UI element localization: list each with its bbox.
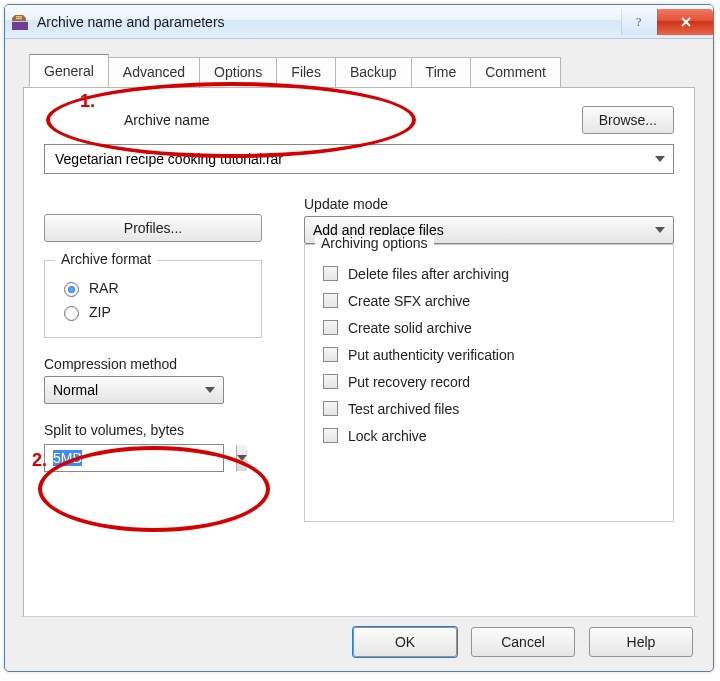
svg-text:?: ? [636, 16, 641, 28]
profiles-button[interactable]: Profiles... [44, 214, 262, 242]
svg-rect-2 [16, 16, 22, 18]
help-button[interactable]: Help [589, 627, 693, 657]
archive-format-rar[interactable]: RAR [59, 279, 247, 297]
archive-format-zip-radio[interactable] [64, 306, 79, 321]
opt-lock-archive-label: Lock archive [348, 428, 427, 444]
tab-backup[interactable]: Backup [335, 57, 412, 87]
chevron-down-icon [205, 387, 215, 393]
opt-create-solid-label: Create solid archive [348, 320, 472, 336]
close-titlebar-button[interactable] [657, 9, 713, 35]
split-volumes-drop-button[interactable] [236, 445, 247, 471]
archive-name-label: Archive name [124, 112, 210, 128]
tab-row: General Advanced Options Files Backup Ti… [29, 57, 695, 87]
archive-name-value: Vegetarian recipe cooking tutorial.rar [55, 151, 283, 167]
tab-general[interactable]: General [29, 54, 109, 87]
opt-authenticity-checkbox[interactable] [323, 347, 338, 362]
tab-time[interactable]: Time [411, 57, 472, 87]
chevron-down-icon [237, 455, 247, 461]
opt-recovery-record[interactable]: Put recovery record [319, 371, 659, 392]
tab-comment[interactable]: Comment [470, 57, 561, 87]
opt-test-archived-label: Test archived files [348, 401, 459, 417]
compression-method-label: Compression method [44, 356, 284, 372]
tab-options[interactable]: Options [199, 57, 277, 87]
archive-format-zip[interactable]: ZIP [59, 303, 247, 321]
opt-lock-archive[interactable]: Lock archive [319, 425, 659, 446]
annotation-number-1: 1. [80, 91, 95, 112]
opt-create-solid[interactable]: Create solid archive [319, 317, 659, 338]
opt-create-sfx[interactable]: Create SFX archive [319, 290, 659, 311]
archiving-options-legend: Archiving options [315, 235, 434, 251]
opt-lock-archive-checkbox[interactable] [323, 428, 338, 443]
opt-create-sfx-checkbox[interactable] [323, 293, 338, 308]
opt-delete-after-archiving-label: Delete files after archiving [348, 266, 509, 282]
svg-rect-0 [12, 21, 28, 30]
chevron-down-icon [655, 156, 665, 162]
cancel-button[interactable]: Cancel [471, 627, 575, 657]
archive-format-rar-radio[interactable] [64, 282, 79, 297]
tab-files[interactable]: Files [276, 57, 336, 87]
annotation-number-2: 2. [32, 450, 47, 471]
archive-format-legend: Archive format [55, 251, 157, 267]
window-title: Archive name and parameters [37, 14, 225, 30]
opt-create-solid-checkbox[interactable] [323, 320, 338, 335]
update-mode-label: Update mode [304, 196, 674, 212]
opt-create-sfx-label: Create SFX archive [348, 293, 470, 309]
client-area: General Advanced Options Files Backup Ti… [5, 39, 713, 671]
svg-rect-3 [16, 18, 22, 19]
opt-authenticity-label: Put authenticity verification [348, 347, 515, 363]
dialog-button-row: OK Cancel Help [353, 627, 693, 657]
titlebar: Archive name and parameters ? [5, 5, 713, 39]
archive-format-rar-label: RAR [89, 280, 119, 296]
split-volumes-input[interactable] [45, 450, 236, 466]
app-icon [11, 13, 29, 31]
chevron-down-icon [655, 227, 665, 233]
tab-panel-general: Archive name Browse... Vegetarian recipe… [23, 87, 695, 617]
ok-button[interactable]: OK [353, 627, 457, 657]
compression-method-value: Normal [53, 382, 98, 398]
archive-name-combobox[interactable]: Vegetarian recipe cooking tutorial.rar [44, 144, 674, 174]
browse-button[interactable]: Browse... [582, 106, 674, 134]
opt-authenticity[interactable]: Put authenticity verification [319, 344, 659, 365]
split-volumes-combobox[interactable] [44, 444, 224, 472]
separator [21, 616, 697, 617]
opt-delete-after-archiving[interactable]: Delete files after archiving [319, 263, 659, 284]
opt-test-archived[interactable]: Test archived files [319, 398, 659, 419]
split-volumes-label: Split to volumes, bytes [44, 422, 284, 438]
tab-advanced[interactable]: Advanced [108, 57, 200, 87]
opt-recovery-record-label: Put recovery record [348, 374, 470, 390]
dialog-window: Archive name and parameters ? General Ad… [4, 4, 714, 672]
opt-delete-after-archiving-checkbox[interactable] [323, 266, 338, 281]
opt-test-archived-checkbox[interactable] [323, 401, 338, 416]
compression-method-dropdown[interactable]: Normal [44, 376, 224, 404]
opt-recovery-record-checkbox[interactable] [323, 374, 338, 389]
help-titlebar-button[interactable]: ? [621, 9, 657, 35]
archive-format-zip-label: ZIP [89, 304, 111, 320]
